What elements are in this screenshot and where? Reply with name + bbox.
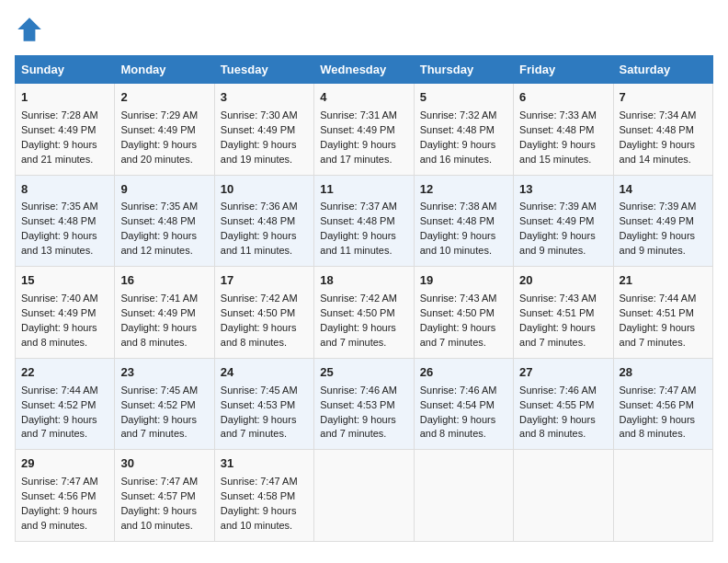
- daylight-label: Daylight: 9 hours and 17 minutes.: [320, 139, 396, 165]
- day-number: 28: [620, 364, 707, 382]
- daylight-label: Daylight: 9 hours and 7 minutes.: [320, 414, 396, 440]
- sunrise-label: Sunrise: 7:44 AM: [620, 293, 697, 304]
- sunset-label: Sunset: 4:51 PM: [620, 307, 694, 318]
- daylight-label: Daylight: 9 hours and 10 minutes.: [420, 230, 496, 256]
- sunrise-label: Sunrise: 7:45 AM: [221, 385, 298, 396]
- sunrise-label: Sunrise: 7:36 AM: [221, 201, 298, 212]
- calendar-table: SundayMondayTuesdayWednesdayThursdayFrid…: [15, 55, 713, 542]
- sunset-label: Sunset: 4:49 PM: [21, 307, 96, 318]
- daylight-label: Daylight: 9 hours and 9 minutes.: [519, 230, 596, 256]
- sunset-label: Sunset: 4:49 PM: [320, 124, 394, 135]
- sunrise-label: Sunrise: 7:43 AM: [420, 293, 497, 304]
- day-number: 9: [120, 181, 208, 199]
- sunset-label: Sunset: 4:49 PM: [120, 124, 195, 135]
- daylight-label: Daylight: 9 hours and 11 minutes.: [221, 230, 297, 256]
- day-header-tuesday: Tuesday: [214, 56, 313, 84]
- sunrise-label: Sunrise: 7:46 AM: [519, 385, 597, 396]
- sunrise-label: Sunrise: 7:33 AM: [519, 109, 597, 121]
- day-number: 30: [120, 455, 208, 473]
- day-number: 2: [120, 89, 208, 107]
- day-header-monday: Monday: [115, 56, 214, 84]
- sunrise-label: Sunrise: 7:30 AM: [221, 109, 298, 121]
- daylight-label: Daylight: 9 hours and 12 minutes.: [120, 230, 197, 256]
- sunset-label: Sunset: 4:54 PM: [420, 399, 495, 410]
- calendar-cell: 21Sunrise: 7:44 AMSunset: 4:51 PMDayligh…: [613, 267, 712, 359]
- day-number: 23: [120, 364, 208, 382]
- sunset-label: Sunset: 4:50 PM: [221, 307, 295, 318]
- day-number: 29: [21, 455, 108, 473]
- sunrise-label: Sunrise: 7:28 AM: [21, 109, 98, 121]
- calendar-cell: 12Sunrise: 7:38 AMSunset: 4:48 PMDayligh…: [414, 175, 513, 267]
- daylight-label: Daylight: 9 hours and 21 minutes.: [21, 139, 97, 165]
- sunrise-label: Sunrise: 7:35 AM: [120, 201, 198, 212]
- sunset-label: Sunset: 4:53 PM: [221, 399, 295, 410]
- sunrise-label: Sunrise: 7:35 AM: [21, 201, 98, 212]
- calendar-cell: 30Sunrise: 7:47 AMSunset: 4:57 PMDayligh…: [115, 450, 214, 542]
- sunrise-label: Sunrise: 7:39 AM: [620, 201, 697, 212]
- day-number: 3: [221, 89, 308, 107]
- calendar-cell: 2Sunrise: 7:29 AMSunset: 4:49 PMDaylight…: [115, 84, 214, 176]
- day-number: 8: [21, 181, 108, 199]
- day-number: 16: [120, 272, 208, 290]
- calendar-cell: 27Sunrise: 7:46 AMSunset: 4:55 PMDayligh…: [514, 358, 613, 450]
- sunrise-label: Sunrise: 7:31 AM: [320, 109, 397, 121]
- sunset-label: Sunset: 4:48 PM: [620, 124, 694, 135]
- sunrise-label: Sunrise: 7:43 AM: [519, 293, 597, 304]
- sunrise-label: Sunrise: 7:47 AM: [620, 385, 697, 396]
- calendar-cell: 24Sunrise: 7:45 AMSunset: 4:53 PMDayligh…: [214, 358, 313, 450]
- calendar-week-row: 22Sunrise: 7:44 AMSunset: 4:52 PMDayligh…: [16, 358, 713, 450]
- calendar-cell: 31Sunrise: 7:47 AMSunset: 4:58 PMDayligh…: [214, 450, 313, 542]
- calendar-cell: 11Sunrise: 7:37 AMSunset: 4:48 PMDayligh…: [314, 175, 414, 267]
- daylight-label: Daylight: 9 hours and 7 minutes.: [21, 414, 97, 440]
- daylight-label: Daylight: 9 hours and 14 minutes.: [620, 139, 696, 165]
- calendar-cell: 29Sunrise: 7:47 AMSunset: 4:56 PMDayligh…: [16, 450, 115, 542]
- sunset-label: Sunset: 4:55 PM: [519, 399, 594, 410]
- calendar-cell: [514, 450, 613, 542]
- calendar-cell: 10Sunrise: 7:36 AMSunset: 4:48 PMDayligh…: [214, 175, 313, 267]
- sunrise-label: Sunrise: 7:45 AM: [120, 385, 198, 396]
- day-number: 13: [519, 181, 607, 199]
- sunrise-label: Sunrise: 7:47 AM: [21, 476, 98, 487]
- sunset-label: Sunset: 4:56 PM: [21, 490, 96, 501]
- calendar-cell: 13Sunrise: 7:39 AMSunset: 4:49 PMDayligh…: [514, 175, 613, 267]
- daylight-label: Daylight: 9 hours and 7 minutes.: [420, 322, 496, 348]
- sunrise-label: Sunrise: 7:44 AM: [21, 385, 98, 396]
- calendar-cell: 15Sunrise: 7:40 AMSunset: 4:49 PMDayligh…: [16, 267, 115, 359]
- sunrise-label: Sunrise: 7:38 AM: [420, 201, 497, 212]
- calendar-cell: 28Sunrise: 7:47 AMSunset: 4:56 PMDayligh…: [613, 358, 712, 450]
- daylight-label: Daylight: 9 hours and 13 minutes.: [21, 230, 97, 256]
- day-number: 24: [221, 364, 308, 382]
- day-number: 14: [620, 181, 707, 199]
- sunrise-label: Sunrise: 7:29 AM: [120, 109, 198, 121]
- calendar-cell: 16Sunrise: 7:41 AMSunset: 4:49 PMDayligh…: [115, 267, 214, 359]
- day-number: 15: [21, 272, 108, 290]
- day-number: 31: [221, 455, 308, 473]
- sunset-label: Sunset: 4:50 PM: [420, 307, 495, 318]
- day-number: 18: [320, 272, 407, 290]
- calendar-cell: 19Sunrise: 7:43 AMSunset: 4:50 PMDayligh…: [414, 267, 513, 359]
- day-header-thursday: Thursday: [414, 56, 513, 84]
- sunrise-label: Sunrise: 7:42 AM: [221, 293, 298, 304]
- day-number: 6: [519, 89, 607, 107]
- calendar-cell: 1Sunrise: 7:28 AMSunset: 4:49 PMDaylight…: [16, 84, 115, 176]
- calendar-week-row: 1Sunrise: 7:28 AMSunset: 4:49 PMDaylight…: [16, 84, 713, 176]
- sunrise-label: Sunrise: 7:39 AM: [519, 201, 597, 212]
- daylight-label: Daylight: 9 hours and 20 minutes.: [120, 139, 197, 165]
- day-header-saturday: Saturday: [613, 56, 712, 84]
- sunset-label: Sunset: 4:48 PM: [519, 124, 594, 135]
- calendar-cell: 25Sunrise: 7:46 AMSunset: 4:53 PMDayligh…: [314, 358, 414, 450]
- sunset-label: Sunset: 4:48 PM: [21, 215, 96, 226]
- calendar-cell: 14Sunrise: 7:39 AMSunset: 4:49 PMDayligh…: [613, 175, 712, 267]
- calendar-cell: 4Sunrise: 7:31 AMSunset: 4:49 PMDaylight…: [314, 84, 414, 176]
- daylight-label: Daylight: 9 hours and 9 minutes.: [21, 505, 97, 531]
- calendar-cell: [314, 450, 414, 542]
- sunset-label: Sunset: 4:58 PM: [221, 490, 295, 501]
- sunset-label: Sunset: 4:48 PM: [120, 215, 195, 226]
- daylight-label: Daylight: 9 hours and 7 minutes.: [221, 414, 297, 440]
- sunset-label: Sunset: 4:49 PM: [620, 215, 694, 226]
- day-number: 22: [21, 364, 108, 382]
- day-number: 4: [320, 89, 407, 107]
- calendar-cell: 6Sunrise: 7:33 AMSunset: 4:48 PMDaylight…: [514, 84, 613, 176]
- calendar-cell: 20Sunrise: 7:43 AMSunset: 4:51 PMDayligh…: [514, 267, 613, 359]
- calendar-week-row: 15Sunrise: 7:40 AMSunset: 4:49 PMDayligh…: [16, 267, 713, 359]
